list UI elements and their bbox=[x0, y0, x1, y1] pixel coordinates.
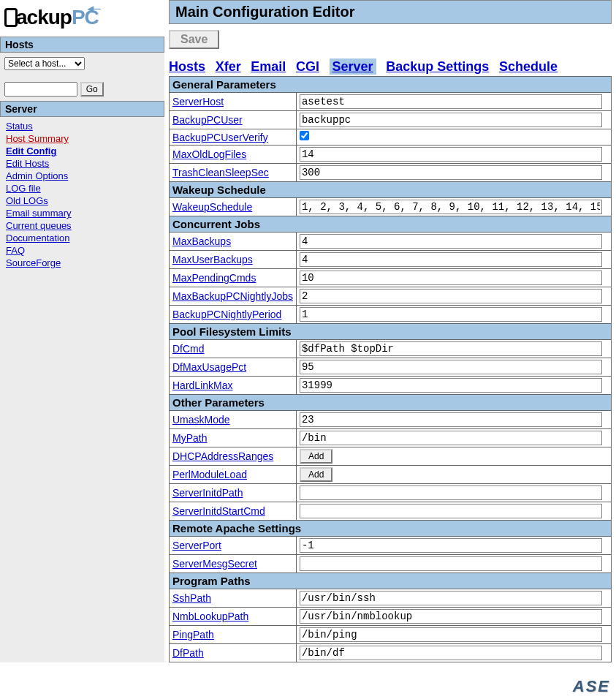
add-button[interactable]: Add bbox=[300, 467, 332, 482]
nav-link[interactable]: Admin Options bbox=[6, 170, 68, 181]
config-row: ServerHost bbox=[170, 93, 612, 111]
param-link[interactable]: ServerPort bbox=[172, 540, 221, 551]
param-link[interactable]: DfCmd bbox=[172, 343, 205, 355]
nav-link[interactable]: LOG file bbox=[6, 183, 41, 194]
nav-list: StatusHost SummaryEdit ConfigEdit HostsA… bbox=[0, 117, 164, 269]
param-input[interactable] bbox=[300, 591, 602, 605]
param-input[interactable] bbox=[300, 289, 602, 303]
param-input[interactable] bbox=[300, 147, 602, 162]
param-input[interactable] bbox=[300, 556, 602, 571]
config-row: WakeupSchedule bbox=[170, 198, 612, 216]
param-input[interactable] bbox=[300, 341, 602, 356]
logo-text: ackup bbox=[16, 6, 72, 29]
param-input[interactable] bbox=[300, 234, 602, 249]
nav-link[interactable]: Documentation bbox=[6, 233, 69, 243]
param-link[interactable]: MaxBackupPCNightlyJobs bbox=[172, 290, 293, 302]
param-input[interactable] bbox=[300, 378, 602, 393]
go-button[interactable]: Go bbox=[80, 82, 104, 97]
config-row: SshPath bbox=[170, 589, 612, 608]
add-button[interactable]: Add bbox=[300, 449, 332, 464]
server-header: Server bbox=[0, 101, 164, 117]
param-link[interactable]: SshPath bbox=[172, 592, 211, 604]
param-input[interactable] bbox=[300, 307, 602, 322]
config-row: HardLinkMax bbox=[170, 377, 612, 395]
config-row: MaxOldLogFiles bbox=[170, 146, 612, 164]
group-header: Program Paths bbox=[170, 573, 612, 589]
config-row: BackupPCUserVerify bbox=[170, 129, 612, 146]
param-link[interactable]: ServerInitdStartCmd bbox=[172, 505, 265, 517]
param-input[interactable] bbox=[300, 431, 602, 445]
nav-link[interactable]: Edit Config bbox=[6, 146, 56, 156]
param-input[interactable] bbox=[300, 627, 602, 642]
sidebar: ackupPC ◂─ Hosts Select a host... Go Ser… bbox=[0, 0, 164, 662]
param-link[interactable]: HardLinkMax bbox=[172, 379, 232, 391]
param-input[interactable] bbox=[300, 538, 602, 553]
param-link[interactable]: MaxBackups bbox=[172, 235, 231, 247]
group-header: Concurrent Jobs bbox=[170, 216, 612, 233]
param-link[interactable]: ServerHost bbox=[172, 96, 224, 107]
tab[interactable]: Backup Settings bbox=[386, 59, 489, 74]
param-link[interactable]: ServerInitdPath bbox=[172, 487, 243, 499]
nav-link[interactable]: SourceForge bbox=[6, 257, 61, 268]
param-input[interactable] bbox=[300, 360, 602, 374]
tab[interactable]: Schedule bbox=[499, 59, 558, 74]
nav-link[interactable]: Current queues bbox=[6, 220, 72, 231]
param-input[interactable] bbox=[300, 94, 602, 109]
param-link[interactable]: MyPath bbox=[172, 432, 207, 444]
save-button[interactable]: Save bbox=[169, 30, 219, 49]
nav-link[interactable]: Status bbox=[6, 121, 33, 132]
param-input[interactable] bbox=[300, 609, 602, 624]
param-input[interactable] bbox=[300, 646, 602, 660]
param-input[interactable] bbox=[300, 200, 602, 214]
param-link[interactable]: ServerMesgSecret bbox=[172, 558, 257, 570]
config-row: PingPath bbox=[170, 626, 612, 644]
config-row: BackupPCUser bbox=[170, 111, 612, 129]
param-link[interactable]: NmbLookupPath bbox=[172, 611, 248, 622]
param-link[interactable]: PingPath bbox=[172, 629, 214, 641]
group-header: Remote Apache Settings bbox=[170, 521, 612, 537]
param-input[interactable] bbox=[300, 504, 602, 518]
param-input[interactable] bbox=[300, 412, 602, 427]
param-link[interactable]: WakeupSchedule bbox=[172, 201, 252, 213]
host-search-input[interactable] bbox=[4, 82, 77, 97]
param-link[interactable]: UmaskMode bbox=[172, 414, 230, 426]
param-input[interactable] bbox=[300, 165, 602, 180]
param-link[interactable]: PerlModuleLoad bbox=[172, 469, 247, 480]
param-link[interactable]: BackupPCUserVerify bbox=[172, 132, 268, 143]
tab[interactable]: Xfer bbox=[216, 59, 241, 74]
config-row: ServerMesgSecret bbox=[170, 555, 612, 573]
param-checkbox[interactable] bbox=[300, 131, 309, 140]
tabs: Hosts Xfer Email CGI Server Backup Setti… bbox=[169, 59, 612, 75]
nav-link[interactable]: Edit Hosts bbox=[6, 158, 49, 169]
config-row: MaxBackups bbox=[170, 233, 612, 251]
nav-link[interactable]: Old LOGs bbox=[6, 195, 48, 206]
param-link[interactable]: DHCPAddressRanges bbox=[172, 450, 273, 462]
config-row: MaxUserBackups bbox=[170, 251, 612, 269]
param-input[interactable] bbox=[300, 113, 602, 127]
param-input[interactable] bbox=[300, 252, 602, 267]
param-link[interactable]: BackupPCNightlyPeriod bbox=[172, 309, 281, 320]
config-row: BackupPCNightlyPeriod bbox=[170, 306, 612, 324]
host-select[interactable]: Select a host... bbox=[4, 57, 85, 70]
config-row: MaxBackupPCNightlyJobs bbox=[170, 287, 612, 306]
tab[interactable]: Server bbox=[330, 58, 376, 75]
param-link[interactable]: MaxOldLogFiles bbox=[172, 148, 246, 160]
config-row: NmbLookupPath bbox=[170, 608, 612, 626]
param-link[interactable]: BackupPCUser bbox=[172, 114, 243, 126]
tab[interactable]: Hosts bbox=[169, 59, 205, 74]
param-link[interactable]: DfMaxUsagePct bbox=[172, 361, 246, 373]
param-link[interactable]: MaxPendingCmds bbox=[172, 272, 256, 284]
tab[interactable]: CGI bbox=[296, 59, 319, 74]
config-row: ServerPort bbox=[170, 537, 612, 555]
nav-link[interactable]: FAQ bbox=[6, 245, 25, 256]
nav-link[interactable]: Host Summary bbox=[6, 133, 69, 144]
tab[interactable]: Email bbox=[251, 59, 286, 74]
param-link[interactable]: DfPath bbox=[172, 647, 204, 659]
param-input[interactable] bbox=[300, 271, 602, 285]
page-title: Main Configuration Editor bbox=[169, 0, 612, 24]
param-input[interactable] bbox=[300, 485, 602, 500]
nav-link[interactable]: Email summary bbox=[6, 208, 72, 219]
config-row: DfCmd bbox=[170, 340, 612, 358]
param-link[interactable]: TrashCleanSleepSec bbox=[172, 167, 269, 178]
param-link[interactable]: MaxUserBackups bbox=[172, 254, 253, 265]
